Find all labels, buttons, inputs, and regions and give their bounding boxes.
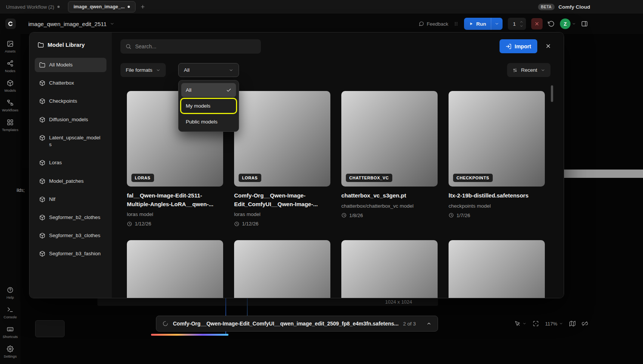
new-tab-button[interactable] bbox=[140, 4, 145, 9]
import-button[interactable]: Import bbox=[500, 39, 537, 53]
run-button[interactable]: Run bbox=[464, 18, 491, 30]
model-card[interactable]: CHECKPOINTS ltx-2-19b-distilled.safetens… bbox=[449, 91, 545, 227]
library-category-item[interactable]: Checkpoints bbox=[35, 94, 106, 108]
chevron-down-icon[interactable] bbox=[520, 24, 523, 28]
workflow-title: image_qwen_image_edit_2511 bbox=[28, 21, 106, 27]
zoom-control[interactable]: 117% bbox=[545, 321, 563, 327]
sidebar-item-help[interactable]: Help bbox=[0, 283, 20, 303]
menu-item-public-models[interactable]: Public models bbox=[181, 115, 236, 129]
library-category-item[interactable]: Segformer_b3_fashion bbox=[35, 247, 106, 261]
sidebar-item-settings[interactable]: Settings bbox=[0, 342, 20, 362]
header-actions: Feedback Run 1 Z bbox=[419, 14, 588, 34]
library-category-item[interactable]: Latent_upscale_models bbox=[35, 131, 106, 152]
library-item-all-models[interactable]: All Models bbox=[35, 58, 106, 72]
chevron-up-icon[interactable] bbox=[426, 321, 432, 326]
cube-icon bbox=[39, 214, 45, 221]
model-thumbnail: CHECKPOINTS bbox=[449, 91, 545, 187]
library-category-item[interactable]: Segformer_b3_clothes bbox=[35, 228, 106, 243]
history-button[interactable] bbox=[548, 20, 555, 27]
comfy-logo[interactable] bbox=[5, 19, 16, 29]
library-item-label: Segformer_b3_clothes bbox=[49, 232, 100, 239]
cube-icon bbox=[39, 98, 45, 104]
import-label: Import bbox=[515, 43, 531, 49]
chevron-down-icon bbox=[156, 68, 160, 72]
search-icon bbox=[125, 43, 131, 49]
feedback-button[interactable]: Feedback bbox=[419, 21, 448, 27]
model-card[interactable]: CHATTERBOX_VC chatterbox_vc_s3gen.pt cha… bbox=[341, 91, 438, 227]
file-formats-dropdown[interactable]: File formats bbox=[120, 63, 166, 77]
model-thumbnail[interactable] bbox=[127, 240, 223, 298]
library-category-list: All Models Chatterbox Checkpoints bbox=[35, 58, 106, 261]
account-menu[interactable]: Z bbox=[560, 19, 576, 29]
model-subtitle: checkpoints model bbox=[449, 203, 545, 209]
model-date-value: 1/12/26 bbox=[135, 221, 151, 227]
library-item-label: Checkpoints bbox=[49, 98, 77, 105]
library-item-label: Segformer_b3_fashion bbox=[49, 250, 101, 257]
minimap-icon[interactable] bbox=[569, 321, 575, 327]
library-category-item[interactable]: Model_patches bbox=[35, 174, 106, 188]
modal-close-button[interactable] bbox=[542, 40, 554, 52]
sort-dropdown[interactable]: Recent bbox=[507, 63, 550, 77]
sidebar-label: Console bbox=[4, 315, 17, 319]
library-category-item[interactable]: Loras bbox=[35, 156, 106, 170]
unlink-icon[interactable] bbox=[582, 321, 588, 327]
sidebar-item-models[interactable]: Models bbox=[0, 76, 20, 96]
sidebar-item-workflows[interactable]: Workflows bbox=[0, 96, 20, 116]
sidebar-item-assets[interactable]: Assets bbox=[0, 37, 20, 57]
node-size-label: 1024 x 1024 bbox=[385, 299, 412, 305]
model-thumbnail[interactable] bbox=[341, 240, 438, 298]
history-icon bbox=[548, 20, 555, 27]
pointer-icon bbox=[515, 321, 521, 327]
menu-item-my-models[interactable]: My models bbox=[181, 99, 236, 113]
model-thumbnail[interactable] bbox=[449, 240, 545, 298]
model-title: Comfy-Org__Qwen-Image-Edit_ComfyUI__Qwen… bbox=[234, 191, 330, 208]
clock-icon bbox=[341, 213, 347, 218]
panel-toggle-button[interactable] bbox=[581, 20, 588, 27]
scrollbar-thumb[interactable] bbox=[551, 85, 553, 102]
search-input[interactable] bbox=[135, 43, 256, 49]
tab-unsaved-workflow[interactable]: Unsaved Workflow (2) bbox=[0, 0, 66, 14]
sidebar-item-nodes[interactable]: Nodes bbox=[0, 57, 20, 76]
chevron-up-icon[interactable] bbox=[520, 20, 523, 24]
model-card[interactable]: LORAS Comfy-Org__Qwen-Image-Edit_ComfyUI… bbox=[234, 91, 330, 227]
unsaved-dot-icon bbox=[57, 6, 60, 8]
sidebar-item-console[interactable]: Console bbox=[0, 303, 20, 322]
spinner-icon bbox=[162, 321, 168, 327]
tab-image-qwen-active[interactable]: image_qwen_image_... bbox=[68, 1, 136, 12]
library-item-label: Segformer_b2_clothes bbox=[49, 214, 100, 221]
gear-icon bbox=[7, 345, 14, 352]
run-count-stepper[interactable]: 1 bbox=[508, 18, 526, 30]
sidebar-label: Help bbox=[6, 295, 14, 299]
library-category-item[interactable]: Nlf bbox=[35, 192, 106, 207]
visibility-menu: All My models Public models bbox=[178, 80, 239, 132]
model-type-badge: CHATTERBOX_VC bbox=[346, 174, 392, 182]
cancel-run-button[interactable] bbox=[531, 18, 543, 29]
cube-icon bbox=[39, 196, 45, 202]
visibility-dropdown[interactable]: All bbox=[178, 63, 239, 77]
chevron-down-icon bbox=[523, 322, 526, 325]
workflow-title-menu[interactable]: image_qwen_image_edit_2511 bbox=[28, 14, 114, 34]
import-icon bbox=[506, 43, 512, 49]
background-node-fragment bbox=[35, 320, 65, 337]
play-icon bbox=[469, 22, 473, 26]
drag-handle[interactable] bbox=[453, 21, 459, 26]
model-type-badge: LORAS bbox=[239, 174, 261, 182]
pointer-tool-dropdown[interactable] bbox=[515, 321, 526, 327]
model-subtitle: loras model bbox=[127, 211, 223, 217]
browser-tab-bar: Unsaved Workflow (2) image_qwen_image_..… bbox=[0, 0, 643, 14]
stepper-arrows bbox=[520, 20, 523, 28]
fit-view-icon[interactable] bbox=[533, 321, 539, 327]
run-options-button[interactable] bbox=[491, 18, 503, 30]
library-category-item[interactable]: Segformer_b2_clothes bbox=[35, 210, 106, 225]
model-thumbnail[interactable] bbox=[234, 240, 330, 298]
unsaved-dot-icon bbox=[128, 6, 130, 8]
sort-arrows-icon bbox=[512, 68, 518, 73]
library-category-item[interactable]: Diffusion_models bbox=[35, 113, 106, 127]
workflow-icon bbox=[7, 99, 14, 106]
sidebar-item-shortcuts[interactable]: Shortcuts bbox=[0, 322, 20, 342]
cube-icon bbox=[7, 80, 14, 86]
menu-item-label: My models bbox=[186, 103, 210, 109]
library-category-item[interactable]: Chatterbox bbox=[35, 76, 106, 90]
menu-item-all[interactable]: All bbox=[181, 83, 236, 97]
sidebar-item-templates[interactable]: Templates bbox=[0, 116, 20, 135]
